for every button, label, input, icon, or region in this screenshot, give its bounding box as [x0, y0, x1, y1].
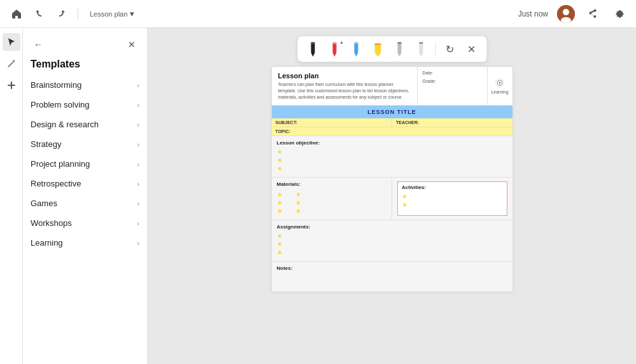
pen-gray2-tool[interactable]	[412, 40, 430, 58]
mat-star-1: ★	[277, 191, 283, 198]
assignments-section: Assignments: ★ ★ ★	[272, 220, 512, 261]
act-star-1: ★	[402, 193, 503, 200]
sidebar-close-button[interactable]: ✕	[124, 37, 139, 52]
main-layout: ← ✕ Templates Brainstorming › Problem so…	[0, 28, 636, 364]
svg-rect-14	[374, 43, 381, 45]
template-badge: Learning	[487, 67, 512, 105]
sidebar-item-label: Brainstorming	[31, 80, 81, 90]
svg-marker-4	[311, 53, 314, 57]
chevron-right-icon: ›	[137, 220, 139, 227]
undo-button[interactable]	[31, 5, 48, 23]
mat-star-4: ★	[295, 191, 301, 198]
star-1: ★	[277, 148, 507, 155]
assignments-title: Assignments:	[277, 224, 507, 230]
materials-title: Materials:	[277, 181, 387, 187]
assign-star-3: ★	[277, 249, 507, 256]
pen-red-tool[interactable]: +	[325, 40, 343, 58]
drawing-toolbar: + ↻ ✕	[297, 36, 487, 62]
sidebar-item-label: Strategy	[31, 139, 61, 149]
chevron-right-icon: ›	[137, 160, 139, 168]
sidebar-item-retrospective[interactable]: Retrospective ›	[23, 174, 147, 193]
chevron-right-icon: ›	[137, 180, 139, 188]
act-star-2: ★	[402, 201, 503, 208]
chevron-right-icon: ›	[137, 239, 139, 247]
redo-button[interactable]	[52, 5, 70, 23]
svg-marker-7	[332, 53, 336, 57]
chevron-right-icon: ›	[137, 200, 139, 207]
sidebar-item-project-planning[interactable]: Project planning ›	[23, 154, 147, 174]
sidebar-item-design-research[interactable]: Design & research ›	[23, 115, 147, 134]
mat-star-6: ★	[295, 207, 301, 214]
template-description: Teachers can plan their curriculum with …	[278, 81, 411, 100]
draw-tool[interactable]	[3, 55, 20, 73]
subject-cell: SUBJECT:	[272, 118, 393, 127]
content-area: + ↻ ✕	[148, 28, 636, 364]
sidebar-item-label: Design & research	[31, 120, 99, 129]
svg-marker-19	[419, 53, 423, 57]
pen-black-tool[interactable]	[304, 40, 322, 58]
svg-rect-15	[397, 43, 401, 53]
sidebar-item-workshops[interactable]: Workshops ›	[23, 213, 147, 233]
svg-rect-8	[332, 42, 336, 44]
pen-blue-tool[interactable]	[347, 40, 365, 58]
activities-title: Activities:	[402, 185, 503, 190]
learning-icon	[495, 78, 504, 87]
toolbar-divider	[435, 43, 435, 55]
svg-rect-11	[354, 42, 358, 44]
toolbar-close-button[interactable]: ✕	[462, 40, 480, 58]
sidebar-back-button[interactable]: ←	[31, 37, 46, 52]
assign-star-1: ★	[277, 232, 507, 239]
sidebar-item-label: Retrospective	[31, 179, 81, 188]
svg-rect-5	[311, 42, 314, 44]
tool-strip	[0, 28, 23, 364]
sidebar-item-strategy[interactable]: Strategy ›	[23, 134, 147, 154]
add-tool[interactable]	[3, 76, 20, 94]
svg-rect-9	[354, 43, 358, 53]
chevron-right-icon: ›	[137, 101, 139, 109]
sidebar-item-label: Games	[31, 199, 57, 208]
sidebar-item-games[interactable]: Games ›	[23, 193, 147, 213]
chevron-right-icon: ›	[137, 121, 139, 129]
objective-section: Lesson objective: ★ ★ ★	[272, 136, 512, 177]
svg-rect-20	[419, 42, 423, 44]
template-title: Lesson plan	[278, 72, 411, 80]
sidebar: ← ✕ Templates Brainstorming › Problem so…	[23, 28, 148, 364]
sidebar-item-learning[interactable]: Learning ›	[23, 233, 147, 253]
chevron-right-icon: ›	[137, 81, 139, 89]
badge-label: Learning	[491, 90, 508, 94]
svg-marker-10	[354, 53, 358, 57]
share-button[interactable]	[584, 5, 602, 23]
template-header: Lesson plan Teachers can plan their curr…	[272, 67, 512, 106]
user-avatar[interactable]	[557, 5, 575, 23]
sidebar-item-label: Learning	[31, 238, 63, 248]
highlighter-yellow-tool[interactable]	[369, 40, 386, 58]
settings-button[interactable]	[611, 5, 628, 23]
svg-rect-17	[397, 42, 401, 44]
activities-inner: Activities: ★ ★	[397, 181, 507, 216]
document-title[interactable]: Lesson plan ▾	[90, 9, 134, 18]
home-button[interactable]	[8, 5, 25, 23]
svg-rect-6	[332, 43, 336, 53]
teacher-cell: TEACHER:	[392, 118, 512, 127]
materials-col: Materials: ★ ★ ★ ★ ★ ★	[272, 178, 393, 220]
activities-col: Activities: ★ ★	[392, 178, 512, 220]
sidebar-item-label: Problem solving	[31, 100, 90, 109]
template-preview: Lesson plan Teachers can plan their curr…	[271, 66, 513, 292]
sidebar-header: ← ✕	[23, 34, 147, 59]
svg-point-22	[499, 81, 501, 83]
lesson-title-row: LESSON TITLE	[272, 106, 512, 118]
refresh-tool[interactable]: ↻	[441, 40, 458, 58]
topic-row: TOPIC:	[272, 127, 512, 136]
topbar: Lesson plan ▾ Just now	[0, 0, 636, 28]
sidebar-title: Templates	[23, 59, 147, 75]
mat-star-2: ★	[277, 199, 283, 206]
sidebar-item-label: Project planning	[31, 159, 90, 169]
select-tool[interactable]	[3, 33, 20, 51]
sidebar-item-brainstorming[interactable]: Brainstorming ›	[23, 75, 147, 95]
grade-label: Grade:	[423, 79, 482, 83]
mat-star-3: ★	[277, 207, 283, 214]
pen-gray1-tool[interactable]	[390, 40, 408, 58]
svg-marker-13	[374, 53, 381, 57]
sidebar-item-problem-solving[interactable]: Problem solving ›	[23, 95, 147, 115]
svg-rect-18	[419, 43, 423, 53]
